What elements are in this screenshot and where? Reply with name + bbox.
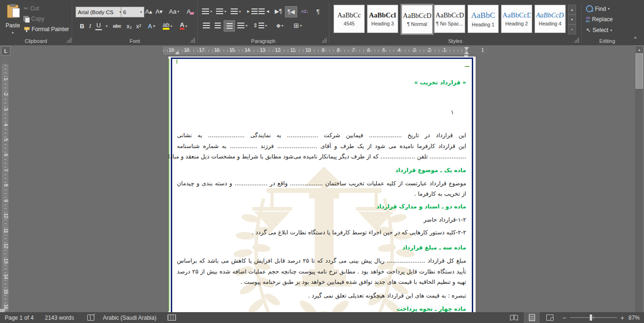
cut-button[interactable]: ✂ Cut [24,5,39,12]
ruler-number: 4 [3,122,8,127]
style-card[interactable]: AaBbCcIHeading 3 [367,5,398,33]
h-scrollbar-stub[interactable] [0,309,5,312]
ltr-direction-button[interactable]: ▶¶ [273,6,284,17]
sort-button[interactable]: AZ↓ [299,6,310,17]
style-card[interactable]: AaBbCc4545 [334,5,365,33]
zoom-slider-track[interactable] [570,317,617,318]
collapse-ribbon-button[interactable]: ^ [634,36,636,41]
paste-button[interactable]: Paste ▾ [4,3,22,38]
vertical-scrollbar-thumb[interactable] [636,53,643,89]
style-card[interactable]: AaBbCcDcHeading 4 [535,5,566,33]
vertical-ruler[interactable]: 12345678910111213141516 [2,58,8,311]
font-size-combo[interactable]: 6 ▾ [121,7,144,17]
styles-dialog-launcher[interactable] [574,38,579,42]
format-painter-button[interactable]: Format Painter [24,26,69,33]
chevron-down-icon[interactable]: ▾ [185,24,187,28]
chevron-down-icon[interactable]: ▾ [224,9,226,14]
borders-button[interactable]: ⊞▾ [291,20,305,31]
keyboard-layout-icon[interactable] [167,312,176,323]
clipboard-dialog-launcher[interactable] [67,38,71,42]
document-page[interactable]: « قرارداد تخریب »۱این قرارداد در تاریخ .… [168,57,476,312]
paragraph-dialog-launcher[interactable] [322,38,326,42]
underline-dropdown[interactable]: ▾ [104,21,109,31]
zoom-out-button[interactable]: − [562,312,566,323]
left-indent-marker[interactable] [175,51,180,54]
chevron-down-icon[interactable]: ▾ [282,24,284,28]
numbering-button[interactable]: ▾ [215,6,227,17]
justify-button[interactable]: ▾ [236,20,249,31]
decrease-indent-button[interactable]: ► [246,6,258,17]
style-card[interactable]: AaBbCcDc¶ No Spac... [434,5,465,33]
print-layout-button[interactable] [524,312,540,323]
styles-group: AaBbCc4545AaBbCcIHeading 3AaBbCcDc¶ Norm… [330,0,581,45]
read-mode-button[interactable] [506,312,522,323]
strikethrough-button[interactable]: abc [110,21,124,31]
multilevel-list-button[interactable]: ▾ [229,6,243,17]
italic-button[interactable]: I [87,21,93,31]
web-layout-button[interactable] [542,312,558,323]
chevron-down-icon[interactable]: ▾ [265,24,267,28]
chevron-down-icon[interactable]: ▾ [245,24,247,28]
change-case-button[interactable]: Aa ▾ [167,6,181,17]
subscript-button[interactable]: x₂ [125,21,134,31]
proofing-status-icon[interactable]: ✓ [87,312,94,323]
language-indicator[interactable]: Arabic (Saudi Arabia) [103,312,156,323]
chevron-down-icon[interactable]: ▾ [177,9,179,14]
increase-indent-button[interactable]: ◄ [259,6,270,17]
chevron-down-icon[interactable]: ▾ [170,24,172,28]
find-button[interactable]: Find ▾ [586,5,610,12]
chevron-down-icon[interactable]: ▾ [300,24,302,28]
paste-dropdown[interactable]: ▾ [12,31,14,35]
zoom-level[interactable]: 87% [628,312,640,323]
show-marks-button[interactable]: ¶ [313,6,323,17]
word-count[interactable]: 2143 words [45,312,74,323]
line-spacing-button[interactable]: ⇕▾ [253,20,267,31]
grow-font-button[interactable]: A▴ [143,6,154,17]
styles-gallery-expand-button[interactable]: ≡ [568,25,576,34]
align-right-button[interactable] [224,20,235,32]
shrink-font-button[interactable]: A▾ [154,6,164,17]
zoom-in-button[interactable]: + [620,312,624,323]
hanging-indent-marker[interactable] [464,51,469,54]
document-content[interactable]: « قرارداد تخریب »۱این قرارداد در تاریخ .… [177,58,466,312]
tab-selector[interactable]: L [1,46,10,56]
clear-formatting-button[interactable]: A [183,6,194,17]
copy-button[interactable]: Copy [24,16,44,22]
replace-button[interactable]: abac Replace [586,16,613,23]
select-button[interactable]: ↖ Select ▾ [586,27,612,33]
underline-button[interactable]: U [95,21,102,30]
chevron-down-icon[interactable]: ▾ [239,9,241,14]
bold-button[interactable]: B [78,21,86,31]
highlight-color-button[interactable]: ab▾ [161,21,174,31]
style-card[interactable]: AaBbCHeading 1 [468,5,499,33]
rtl-direction-button[interactable]: ¶◀ [285,6,297,17]
doc-line: ماده دو ـ اسناد و مدارک قرارداد [177,201,466,212]
first-line-indent-marker[interactable] [464,47,469,50]
zoom-slider-thumb[interactable] [590,315,592,321]
style-card[interactable]: AaBbCcDHeading 2 [501,5,532,33]
font-color-button[interactable]: A▾ [177,21,190,31]
vertical-scrollbar-up-button[interactable]: ▲ [635,46,644,53]
style-sample: AaBbCcDc [403,12,431,20]
check-icon: ✓ [92,313,96,317]
styles-scroll-up-button[interactable]: ▲ [568,5,576,15]
shading-button[interactable]: ◆▾ [273,20,287,31]
font-dialog-launcher[interactable] [190,38,195,42]
bullets-button[interactable]: ▾ [201,6,213,17]
vertical-scrollbar-track[interactable] [635,53,643,312]
align-left-button[interactable] [201,20,211,31]
superscript-button[interactable]: x² [134,21,143,31]
font-name-combo[interactable]: Arial (Body CS ▾ [75,7,124,17]
chevron-down-icon[interactable]: ▾ [210,9,212,14]
chevron-down-icon[interactable]: ▾ [140,10,142,14]
chevron-down-icon[interactable]: ▾ [610,28,612,33]
style-card[interactable]: AaBbCcDc¶ Normal [401,4,434,35]
text-effects-button[interactable]: A▾ [147,21,156,31]
page-indicator[interactable]: Page 1 of 4 [5,312,33,323]
styles-scroll-down-button[interactable]: ▼ [568,15,576,25]
chevron-down-icon[interactable]: ▾ [608,7,610,11]
doc-line: ماده سه ـ مبلغ قرارداد [177,242,466,253]
chevron-down-icon[interactable]: ▾ [153,24,155,28]
align-center-button[interactable] [212,20,223,31]
horizontal-ruler[interactable]: 19181716151413121110987654321 1 [163,47,489,55]
